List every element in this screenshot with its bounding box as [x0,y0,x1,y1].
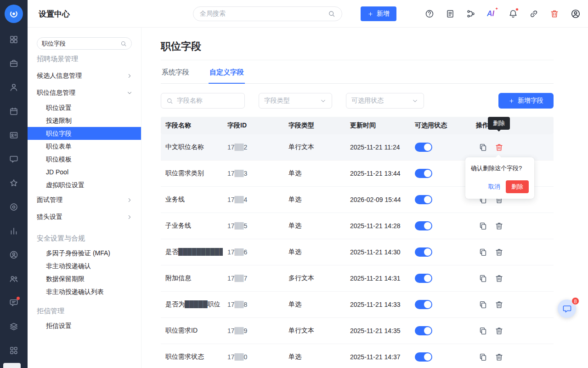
star-icon[interactable] [0,171,28,195]
user-avatar-icon[interactable] [571,9,581,19]
field-name: 中文职位名称 [161,143,223,151]
message-icon[interactable] [0,291,28,315]
chat-bubble-icon[interactable] [0,147,28,171]
field-id: 17██6 [223,248,284,256]
rail-icon-list [0,28,28,362]
briefcase-icon[interactable] [0,52,28,75]
apps-icon[interactable] [0,339,28,362]
nav-item[interactable]: JD Pool [28,166,141,178]
recycle-bin-icon[interactable] [550,9,559,18]
copy-icon[interactable] [479,143,487,152]
enable-toggle[interactable] [415,143,432,152]
enable-toggle[interactable] [415,326,432,335]
nav-item-active[interactable]: 职位字段 [28,127,141,140]
redacted-text: ██ [235,353,244,361]
copy-icon[interactable] [479,222,487,230]
field-name-filter-input[interactable]: 字段名称 [161,93,245,109]
nav-item[interactable]: 拒信设置 [28,319,141,332]
nav-item[interactable]: 虚拟职位设置 [28,178,141,191]
enable-toggle[interactable] [415,221,432,230]
help-icon[interactable] [425,9,434,18]
nav-item[interactable]: 职位表单 [28,140,141,153]
unread-dot [17,297,20,300]
delete-icon[interactable] [495,300,503,309]
chevron-right-icon [126,214,133,220]
field-id: 17██0 [223,353,284,361]
redacted-text: ██ [235,196,244,203]
field-id: 17██4 [223,196,284,203]
nav-group-item[interactable]: 候选人信息管理 [28,67,141,84]
tab[interactable]: 自定义字段 [209,63,245,84]
column-header: 更新时间 [345,121,410,130]
nav-item[interactable]: 非主动投递确认 [28,259,141,272]
user-circle-icon[interactable] [0,243,28,267]
rail-bottom-box[interactable] [3,363,21,368]
copy-icon[interactable] [479,353,487,362]
team-icon[interactable] [0,267,28,291]
table-row: 中文职位名称17██2单行文本2025-11-21 11:24 [161,134,554,161]
candidate-icon[interactable] [0,75,28,99]
field-id: 17██5 [223,222,284,230]
global-search-input[interactable]: 全局搜索 [193,6,342,21]
nav-item[interactable]: 非主动投递确认列表 [28,285,141,298]
ai-badge[interactable]: AI [487,10,497,18]
nav-search-value: 职位字段 [42,40,66,48]
copy-icon[interactable] [479,300,487,309]
plus-icon [509,98,514,104]
enable-toggle[interactable] [415,195,432,204]
nav-item[interactable]: 投递限制 [28,114,141,127]
nav-group-item[interactable]: 职位信息管理 [28,84,141,101]
enable-toggle[interactable] [415,352,432,362]
delete-icon[interactable] [495,222,503,230]
delete-tooltip: 删除 [488,117,510,130]
nav-search-input[interactable]: 职位字段 [37,37,132,50]
status-select[interactable]: 可选用状态 [346,93,424,109]
field-updated-time: 2025-11-21 14:33 [345,301,410,308]
nav-section-title: 安全设置与合规 [28,234,141,243]
dashboard-icon[interactable] [0,28,28,52]
nav-item[interactable]: 数据保留期限 [28,272,141,285]
disc-icon[interactable] [0,195,28,219]
global-add-button[interactable]: 新增 [361,6,396,21]
cancel-button[interactable]: 取消 [488,183,500,191]
enable-toggle[interactable] [415,300,432,309]
top-header: 设置中心 全局搜索 新增 AI [28,0,588,28]
nav-group-item[interactable]: 猎头设置 [28,208,141,225]
redacted-text: ██ [235,170,244,177]
calendar-icon[interactable] [0,99,28,123]
nav-item[interactable]: 职位设置 [28,101,141,114]
tab[interactable]: 系统字段 [161,63,190,83]
plus-icon [368,11,373,17]
contact-card-icon[interactable] [0,123,28,147]
bar-chart-icon[interactable] [0,219,28,243]
delete-icon[interactable] [495,143,503,152]
layers-icon[interactable] [0,315,28,339]
field-type-select[interactable]: 字段类型 [259,93,332,109]
delete-icon[interactable] [495,327,503,335]
delete-icon[interactable] [495,248,503,257]
enable-toggle[interactable] [415,274,432,283]
enable-toggle[interactable] [415,247,432,257]
app-logo-icon[interactable] [5,5,23,23]
enable-toggle[interactable] [415,169,432,178]
workflow-icon[interactable] [466,9,475,18]
nav-item[interactable]: 职位模板 [28,153,141,166]
chevron-right-icon [126,197,133,203]
notification-bell-icon[interactable] [509,9,518,18]
field-id: 17██2 [223,144,284,151]
add-field-button[interactable]: 新增字段 [498,93,554,109]
nav-item[interactable]: 多因子身份验证 (MFA) [28,247,141,259]
copy-icon[interactable] [479,248,487,257]
link-icon[interactable] [529,9,538,18]
chat-widget-button[interactable]: 8 [558,299,576,318]
field-updated-time: 2025-11-21 14:37 [345,353,410,361]
confirm-delete-button[interactable]: 删除 [506,180,529,193]
document-icon[interactable] [446,9,455,18]
delete-icon[interactable] [495,274,503,283]
delete-icon[interactable] [495,353,503,362]
copy-icon[interactable] [479,274,487,283]
column-header: 字段名称 [161,121,223,130]
field-updated-time: 2025-11-21 13:44 [345,170,410,177]
nav-group-item[interactable]: 面试管理 [28,191,141,208]
copy-icon[interactable] [479,327,487,335]
